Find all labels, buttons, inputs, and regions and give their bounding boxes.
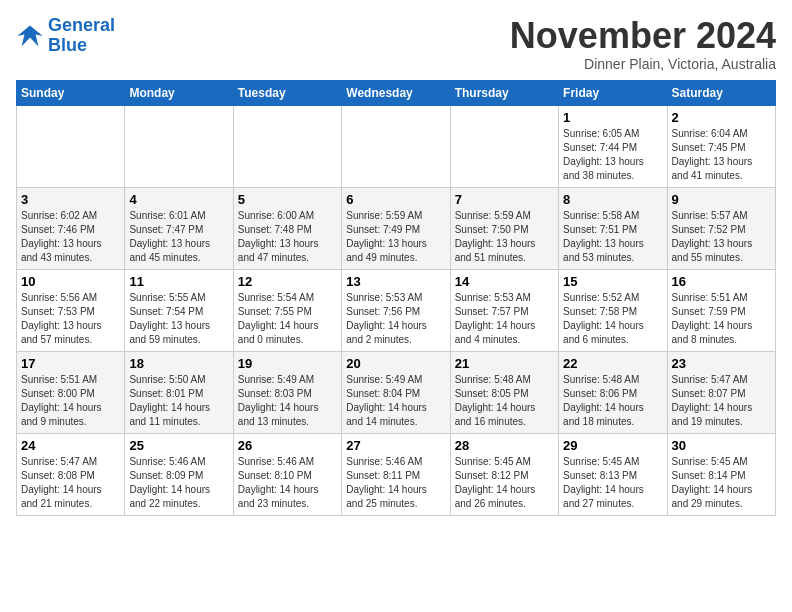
day-number: 29 (563, 438, 662, 453)
calendar-cell (342, 105, 450, 187)
day-number: 12 (238, 274, 337, 289)
weekday-header: Friday (559, 80, 667, 105)
calendar-cell: 25Sunrise: 5:46 AM Sunset: 8:09 PM Dayli… (125, 433, 233, 515)
day-info: Sunrise: 5:48 AM Sunset: 8:06 PM Dayligh… (563, 373, 662, 429)
day-number: 30 (672, 438, 771, 453)
day-number: 24 (21, 438, 120, 453)
calendar-cell: 12Sunrise: 5:54 AM Sunset: 7:55 PM Dayli… (233, 269, 341, 351)
logo: General Blue (16, 16, 115, 56)
day-info: Sunrise: 5:47 AM Sunset: 8:08 PM Dayligh… (21, 455, 120, 511)
calendar-cell: 30Sunrise: 5:45 AM Sunset: 8:14 PM Dayli… (667, 433, 775, 515)
day-number: 4 (129, 192, 228, 207)
calendar-cell: 10Sunrise: 5:56 AM Sunset: 7:53 PM Dayli… (17, 269, 125, 351)
day-number: 18 (129, 356, 228, 371)
location-subtitle: Dinner Plain, Victoria, Australia (510, 56, 776, 72)
calendar-body: 1Sunrise: 6:05 AM Sunset: 7:44 PM Daylig… (17, 105, 776, 515)
calendar-cell: 19Sunrise: 5:49 AM Sunset: 8:03 PM Dayli… (233, 351, 341, 433)
weekday-header: Sunday (17, 80, 125, 105)
calendar-cell: 14Sunrise: 5:53 AM Sunset: 7:57 PM Dayli… (450, 269, 558, 351)
calendar-cell (450, 105, 558, 187)
weekday-header: Monday (125, 80, 233, 105)
day-info: Sunrise: 5:45 AM Sunset: 8:14 PM Dayligh… (672, 455, 771, 511)
day-number: 8 (563, 192, 662, 207)
calendar-week-row: 3Sunrise: 6:02 AM Sunset: 7:46 PM Daylig… (17, 187, 776, 269)
calendar-cell: 29Sunrise: 5:45 AM Sunset: 8:13 PM Dayli… (559, 433, 667, 515)
day-info: Sunrise: 5:52 AM Sunset: 7:58 PM Dayligh… (563, 291, 662, 347)
day-number: 16 (672, 274, 771, 289)
day-info: Sunrise: 5:49 AM Sunset: 8:03 PM Dayligh… (238, 373, 337, 429)
day-info: Sunrise: 5:53 AM Sunset: 7:57 PM Dayligh… (455, 291, 554, 347)
day-info: Sunrise: 5:46 AM Sunset: 8:11 PM Dayligh… (346, 455, 445, 511)
day-number: 26 (238, 438, 337, 453)
page-header: General Blue November 2024 Dinner Plain,… (16, 16, 776, 72)
day-info: Sunrise: 6:01 AM Sunset: 7:47 PM Dayligh… (129, 209, 228, 265)
day-info: Sunrise: 5:51 AM Sunset: 8:00 PM Dayligh… (21, 373, 120, 429)
day-info: Sunrise: 5:57 AM Sunset: 7:52 PM Dayligh… (672, 209, 771, 265)
calendar-cell: 9Sunrise: 5:57 AM Sunset: 7:52 PM Daylig… (667, 187, 775, 269)
calendar-cell (233, 105, 341, 187)
calendar-cell: 21Sunrise: 5:48 AM Sunset: 8:05 PM Dayli… (450, 351, 558, 433)
day-number: 3 (21, 192, 120, 207)
day-number: 15 (563, 274, 662, 289)
calendar-cell (125, 105, 233, 187)
day-number: 6 (346, 192, 445, 207)
day-number: 10 (21, 274, 120, 289)
day-info: Sunrise: 5:45 AM Sunset: 8:13 PM Dayligh… (563, 455, 662, 511)
calendar-cell: 20Sunrise: 5:49 AM Sunset: 8:04 PM Dayli… (342, 351, 450, 433)
calendar-cell: 17Sunrise: 5:51 AM Sunset: 8:00 PM Dayli… (17, 351, 125, 433)
calendar-week-row: 24Sunrise: 5:47 AM Sunset: 8:08 PM Dayli… (17, 433, 776, 515)
day-number: 23 (672, 356, 771, 371)
weekday-header: Saturday (667, 80, 775, 105)
calendar-cell: 26Sunrise: 5:46 AM Sunset: 8:10 PM Dayli… (233, 433, 341, 515)
weekday-header: Wednesday (342, 80, 450, 105)
calendar-cell: 4Sunrise: 6:01 AM Sunset: 7:47 PM Daylig… (125, 187, 233, 269)
day-number: 2 (672, 110, 771, 125)
day-number: 22 (563, 356, 662, 371)
calendar-week-row: 1Sunrise: 6:05 AM Sunset: 7:44 PM Daylig… (17, 105, 776, 187)
day-number: 19 (238, 356, 337, 371)
day-number: 28 (455, 438, 554, 453)
day-info: Sunrise: 5:45 AM Sunset: 8:12 PM Dayligh… (455, 455, 554, 511)
logo-icon (16, 22, 44, 50)
weekday-header: Tuesday (233, 80, 341, 105)
day-number: 20 (346, 356, 445, 371)
day-info: Sunrise: 5:55 AM Sunset: 7:54 PM Dayligh… (129, 291, 228, 347)
calendar-cell (17, 105, 125, 187)
day-info: Sunrise: 5:54 AM Sunset: 7:55 PM Dayligh… (238, 291, 337, 347)
calendar-cell: 23Sunrise: 5:47 AM Sunset: 8:07 PM Dayli… (667, 351, 775, 433)
day-info: Sunrise: 5:59 AM Sunset: 7:49 PM Dayligh… (346, 209, 445, 265)
calendar-cell: 2Sunrise: 6:04 AM Sunset: 7:45 PM Daylig… (667, 105, 775, 187)
day-info: Sunrise: 5:50 AM Sunset: 8:01 PM Dayligh… (129, 373, 228, 429)
day-info: Sunrise: 6:02 AM Sunset: 7:46 PM Dayligh… (21, 209, 120, 265)
day-info: Sunrise: 6:05 AM Sunset: 7:44 PM Dayligh… (563, 127, 662, 183)
day-number: 1 (563, 110, 662, 125)
day-info: Sunrise: 5:49 AM Sunset: 8:04 PM Dayligh… (346, 373, 445, 429)
calendar-cell: 18Sunrise: 5:50 AM Sunset: 8:01 PM Dayli… (125, 351, 233, 433)
day-number: 17 (21, 356, 120, 371)
calendar-table: SundayMondayTuesdayWednesdayThursdayFrid… (16, 80, 776, 516)
day-number: 13 (346, 274, 445, 289)
day-info: Sunrise: 5:58 AM Sunset: 7:51 PM Dayligh… (563, 209, 662, 265)
day-number: 5 (238, 192, 337, 207)
day-info: Sunrise: 5:47 AM Sunset: 8:07 PM Dayligh… (672, 373, 771, 429)
calendar-cell: 27Sunrise: 5:46 AM Sunset: 8:11 PM Dayli… (342, 433, 450, 515)
day-number: 27 (346, 438, 445, 453)
calendar-cell: 1Sunrise: 6:05 AM Sunset: 7:44 PM Daylig… (559, 105, 667, 187)
day-info: Sunrise: 6:04 AM Sunset: 7:45 PM Dayligh… (672, 127, 771, 183)
calendar-cell: 7Sunrise: 5:59 AM Sunset: 7:50 PM Daylig… (450, 187, 558, 269)
day-number: 14 (455, 274, 554, 289)
calendar-header: SundayMondayTuesdayWednesdayThursdayFrid… (17, 80, 776, 105)
calendar-cell: 15Sunrise: 5:52 AM Sunset: 7:58 PM Dayli… (559, 269, 667, 351)
day-info: Sunrise: 5:59 AM Sunset: 7:50 PM Dayligh… (455, 209, 554, 265)
calendar-cell: 6Sunrise: 5:59 AM Sunset: 7:49 PM Daylig… (342, 187, 450, 269)
calendar-cell: 16Sunrise: 5:51 AM Sunset: 7:59 PM Dayli… (667, 269, 775, 351)
title-block: November 2024 Dinner Plain, Victoria, Au… (510, 16, 776, 72)
calendar-cell: 11Sunrise: 5:55 AM Sunset: 7:54 PM Dayli… (125, 269, 233, 351)
calendar-cell: 13Sunrise: 5:53 AM Sunset: 7:56 PM Dayli… (342, 269, 450, 351)
day-info: Sunrise: 5:51 AM Sunset: 7:59 PM Dayligh… (672, 291, 771, 347)
month-title: November 2024 (510, 16, 776, 56)
calendar-week-row: 17Sunrise: 5:51 AM Sunset: 8:00 PM Dayli… (17, 351, 776, 433)
svg-marker-0 (17, 25, 42, 46)
calendar-cell: 3Sunrise: 6:02 AM Sunset: 7:46 PM Daylig… (17, 187, 125, 269)
calendar-cell: 5Sunrise: 6:00 AM Sunset: 7:48 PM Daylig… (233, 187, 341, 269)
